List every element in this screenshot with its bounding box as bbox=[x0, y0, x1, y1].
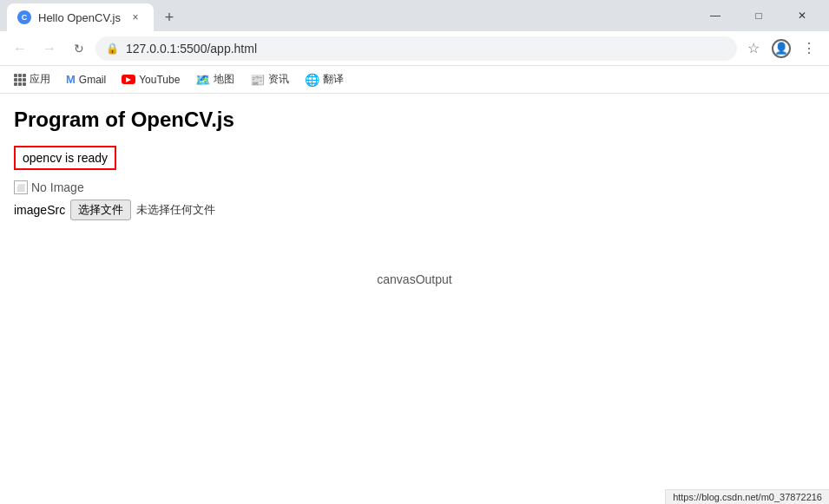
title-bar: C Hello OpenCV.js × + — □ ✕ bbox=[0, 0, 829, 31]
forward-button[interactable]: → bbox=[36, 36, 63, 62]
bookmark-youtube-label: YouTube bbox=[139, 74, 180, 86]
gmail-icon: M bbox=[66, 73, 76, 86]
opencv-status-box: opencv is ready bbox=[14, 146, 116, 170]
forward-icon: → bbox=[43, 41, 56, 56]
profile-icon: 👤 bbox=[772, 39, 791, 58]
bookmark-gmail[interactable]: M Gmail bbox=[59, 69, 113, 90]
more-icon: ⋮ bbox=[802, 40, 816, 56]
bookmark-button[interactable]: ☆ bbox=[740, 36, 766, 62]
bookmark-maps-label: 地图 bbox=[214, 72, 234, 87]
tab-favicon: C bbox=[17, 10, 31, 24]
lock-icon: 🔒 bbox=[106, 43, 119, 55]
canvas-output-label: canvasOutput bbox=[377, 272, 451, 286]
maps-icon: 🗺️ bbox=[195, 73, 210, 87]
news-icon: 📰 bbox=[250, 73, 265, 87]
back-button[interactable]: ← bbox=[7, 36, 33, 62]
new-tab-button[interactable]: + bbox=[157, 5, 181, 29]
no-file-text: 未选择任何文件 bbox=[136, 202, 215, 218]
tab-close-button[interactable]: × bbox=[128, 10, 143, 25]
close-button[interactable]: ✕ bbox=[782, 0, 822, 31]
tab-title: Hello OpenCV.js bbox=[38, 11, 121, 24]
opencv-status-text: opencv is ready bbox=[23, 151, 108, 165]
bookmarks-bar: 应用 M Gmail YouTube 🗺️ 地图 📰 资讯 🌐 翻译 bbox=[0, 66, 829, 94]
no-image-text: No Image bbox=[31, 180, 84, 194]
reload-icon: ↻ bbox=[74, 42, 84, 56]
address-text: 127.0.0.1:5500/app.html bbox=[126, 42, 727, 56]
bookmark-news-label: 资讯 bbox=[268, 72, 289, 87]
nav-right-buttons: ☆ 👤 ⋮ bbox=[740, 36, 822, 62]
reload-button[interactable]: ↻ bbox=[66, 36, 92, 62]
profile-button[interactable]: 👤 bbox=[768, 36, 794, 62]
image-src-row: imageSrc 选择文件 未选择任何文件 bbox=[14, 200, 815, 220]
youtube-play-icon bbox=[126, 77, 131, 82]
youtube-icon bbox=[122, 75, 135, 84]
page-content: Program of OpenCV.js opencv is ready ⬜ N… bbox=[0, 94, 829, 504]
translate-icon: 🌐 bbox=[305, 73, 319, 87]
bookmark-translate-label: 翻译 bbox=[323, 72, 344, 87]
bookmark-maps[interactable]: 🗺️ 地图 bbox=[188, 69, 241, 90]
active-tab[interactable]: C Hello OpenCV.js × bbox=[7, 3, 154, 31]
bookmark-gmail-label: Gmail bbox=[79, 74, 106, 86]
maximize-button[interactable]: □ bbox=[739, 0, 779, 31]
navigation-bar: ← → ↻ 🔒 127.0.0.1:5500/app.html ☆ 👤 ⋮ bbox=[0, 31, 829, 66]
status-url-text: https://blog.csdn.net/m0_37872216 bbox=[673, 492, 822, 502]
canvas-output-area: canvasOutput bbox=[14, 227, 815, 331]
file-choose-button[interactable]: 选择文件 bbox=[70, 200, 131, 220]
bookmark-news[interactable]: 📰 资讯 bbox=[243, 69, 296, 90]
more-button[interactable]: ⋮ bbox=[796, 36, 822, 62]
image-area: ⬜ No Image bbox=[14, 180, 815, 194]
star-icon: ☆ bbox=[747, 40, 760, 56]
bookmark-translate[interactable]: 🌐 翻译 bbox=[298, 69, 351, 90]
minimize-button[interactable]: — bbox=[695, 0, 735, 31]
back-icon: ← bbox=[13, 41, 27, 56]
bookmark-apps-label: 应用 bbox=[30, 72, 50, 87]
image-src-label: imageSrc bbox=[14, 203, 65, 217]
tab-bar: C Hello OpenCV.js × + bbox=[0, 0, 688, 31]
bookmark-apps[interactable]: 应用 bbox=[7, 69, 57, 90]
bookmark-youtube[interactable]: YouTube bbox=[115, 69, 187, 90]
apps-icon bbox=[14, 74, 26, 86]
address-bar[interactable]: 🔒 127.0.0.1:5500/app.html bbox=[95, 36, 737, 61]
broken-image-icon: ⬜ bbox=[14, 180, 28, 194]
window-controls: — □ ✕ bbox=[688, 0, 829, 31]
page-title: Program of OpenCV.js bbox=[14, 108, 815, 132]
status-bar-url: https://blog.csdn.net/m0_37872216 bbox=[665, 489, 829, 504]
